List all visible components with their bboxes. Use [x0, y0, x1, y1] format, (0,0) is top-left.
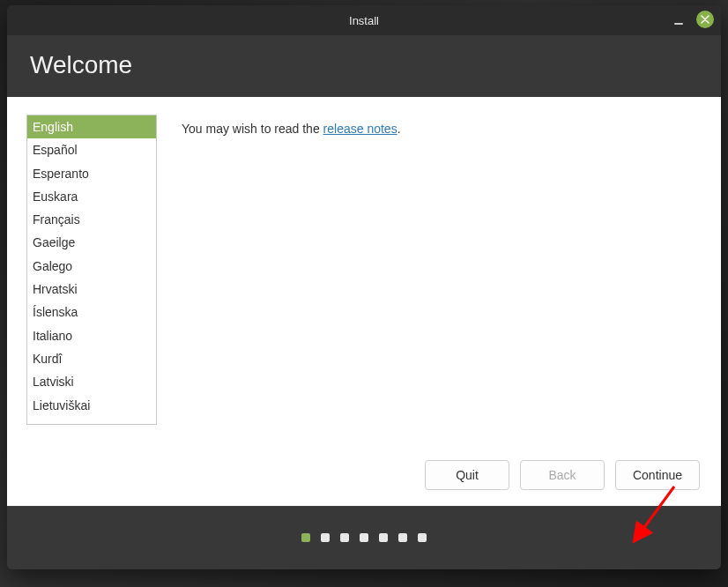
release-notes-link[interactable]: release notes [323, 122, 397, 136]
back-button: Back [520, 460, 605, 490]
language-option[interactable]: Esperanto [27, 162, 156, 185]
language-option[interactable]: English [27, 115, 156, 138]
progress-dot [418, 533, 427, 542]
language-option[interactable]: Euskara [27, 185, 156, 208]
progress-dot [301, 533, 310, 542]
release-notes-text: You may wish to read the release notes. [182, 115, 401, 430]
page-title: Welcome [30, 51, 698, 79]
language-option[interactable]: Español [27, 138, 156, 161]
progress-dot [340, 533, 349, 542]
language-option[interactable]: Hrvatski [27, 278, 156, 301]
progress-dot [321, 533, 330, 542]
language-option[interactable]: Lietuviškai [27, 394, 156, 417]
minimize-button[interactable] [670, 11, 687, 28]
window-title: Install [349, 14, 379, 27]
language-option[interactable]: Français [27, 208, 156, 231]
titlebar: Install [7, 5, 721, 35]
language-list[interactable]: EnglishEspañolEsperantoEuskaraFrançaisGa… [26, 115, 157, 425]
header: Welcome [7, 35, 721, 97]
language-option[interactable]: Gaeilge [27, 231, 156, 254]
language-option[interactable]: Italiano [27, 324, 156, 347]
progress-dot [360, 533, 368, 542]
language-option[interactable]: Latviski [27, 370, 156, 393]
close-icon [701, 15, 709, 24]
progress-dots [7, 506, 721, 569]
progress-dot [398, 533, 407, 542]
quit-button[interactable]: Quit [425, 460, 509, 490]
window-controls [670, 11, 714, 28]
language-option[interactable]: Galego [27, 255, 156, 278]
installer-window: Install Welcome EnglishEspañolEsperantoE… [7, 5, 721, 569]
language-option[interactable]: Íslenska [27, 301, 156, 323]
continue-button[interactable]: Continue [615, 460, 700, 490]
content-area: EnglishEspañolEsperantoEuskaraFrançaisGa… [7, 97, 721, 506]
progress-dot [379, 533, 388, 542]
close-button[interactable] [696, 11, 714, 28]
note-prefix: You may wish to read the [182, 122, 323, 136]
note-suffix: . [397, 122, 401, 136]
desktop: Install Welcome EnglishEspañolEsperantoE… [0, 0, 728, 587]
language-option[interactable]: Magyar [27, 417, 156, 425]
language-option[interactable]: Kurdî [27, 347, 156, 370]
button-row: Quit Back Continue [26, 455, 702, 492]
